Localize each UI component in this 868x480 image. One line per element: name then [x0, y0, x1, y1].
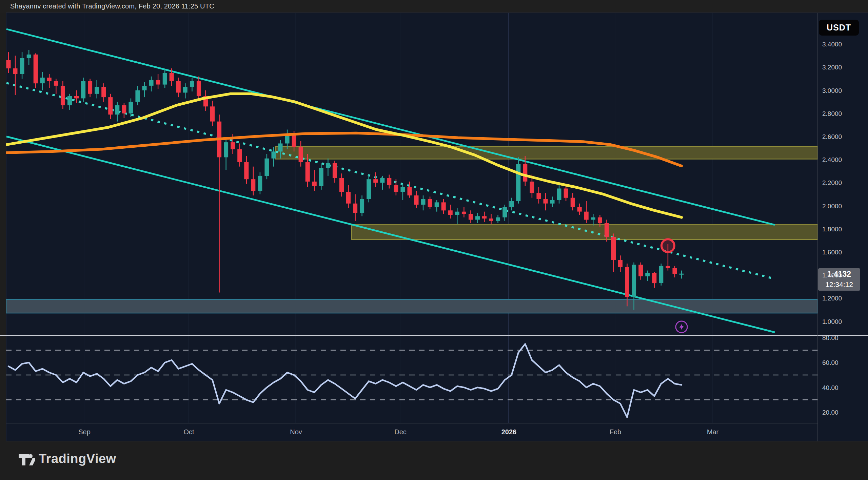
candle [34, 55, 38, 83]
candle [400, 187, 405, 192]
candle [598, 217, 602, 223]
candle [6, 60, 11, 68]
candle [584, 212, 589, 220]
supply-zone-upper [275, 146, 818, 159]
candle [258, 176, 262, 191]
candle [489, 218, 493, 221]
candle [20, 58, 24, 74]
candle [516, 164, 520, 201]
candle [264, 159, 269, 176]
candle [339, 178, 344, 192]
candle [509, 201, 514, 207]
channel-upper [6, 29, 775, 225]
candle [394, 185, 398, 192]
candle [421, 199, 426, 205]
candle [441, 202, 446, 210]
candle [305, 162, 310, 182]
candle [672, 268, 677, 274]
candle [333, 163, 337, 178]
candle [197, 81, 201, 96]
candle [618, 260, 623, 267]
chart-canvas[interactable] [0, 0, 868, 480]
lightning-icon[interactable] [676, 321, 687, 333]
candle [156, 80, 160, 85]
candle [373, 179, 378, 183]
candle [550, 200, 555, 204]
candle [61, 86, 65, 105]
price-pane[interactable] [6, 29, 818, 333]
candle [183, 87, 188, 92]
tradingview-screenshot: Shayannv created with TradingView.com, F… [0, 0, 868, 480]
candle [176, 81, 181, 92]
candle [360, 199, 364, 213]
candle [652, 273, 656, 283]
candle [475, 216, 480, 220]
candle [326, 163, 330, 168]
candle [346, 192, 351, 204]
candle [625, 267, 629, 297]
candle [210, 106, 215, 121]
candle [40, 78, 45, 83]
candle [591, 217, 595, 220]
candle [544, 199, 548, 204]
candle [536, 193, 541, 199]
supply-zone-mid [352, 224, 818, 239]
candle [530, 182, 534, 193]
support-zone [6, 299, 818, 313]
candle [81, 81, 85, 98]
rejection-circle-annotation [662, 239, 674, 252]
candle [564, 189, 568, 198]
candle [251, 179, 255, 191]
candle [659, 266, 663, 283]
candle [190, 81, 194, 87]
candle [122, 105, 126, 113]
candle [387, 178, 391, 185]
candle [632, 265, 636, 297]
candle [299, 147, 303, 162]
candle [611, 237, 616, 260]
candle [54, 81, 58, 86]
candle [679, 274, 684, 275]
candle [380, 178, 384, 183]
candle [129, 102, 133, 113]
candle [142, 86, 147, 90]
candle [278, 144, 283, 152]
candle [163, 73, 167, 85]
candle [523, 164, 527, 182]
candle [638, 265, 643, 276]
candle [496, 217, 500, 221]
candle [469, 214, 473, 220]
candle [577, 207, 582, 212]
candle [237, 149, 242, 162]
candle [414, 195, 419, 205]
candle [135, 90, 140, 102]
candle [115, 105, 119, 114]
candle [95, 87, 99, 94]
candle [101, 87, 106, 97]
candle [231, 142, 235, 149]
candle [224, 142, 228, 157]
candle [455, 212, 459, 215]
candle [67, 96, 72, 105]
candle [312, 182, 317, 186]
candle [170, 73, 174, 81]
candle [272, 151, 276, 159]
candle [88, 81, 92, 93]
candle [408, 187, 412, 195]
candle [428, 199, 432, 207]
candle [74, 96, 79, 99]
rsi-pane[interactable] [6, 344, 818, 417]
candle [244, 162, 249, 179]
candle [353, 204, 357, 213]
candle [367, 179, 371, 199]
candle [292, 134, 296, 147]
candle [482, 216, 487, 218]
candle [435, 202, 439, 207]
candle [571, 198, 575, 207]
candle [319, 168, 323, 186]
rsi-line [8, 344, 682, 417]
candle [448, 210, 453, 215]
candle [462, 212, 466, 214]
candle [557, 189, 561, 200]
candle [108, 97, 113, 114]
